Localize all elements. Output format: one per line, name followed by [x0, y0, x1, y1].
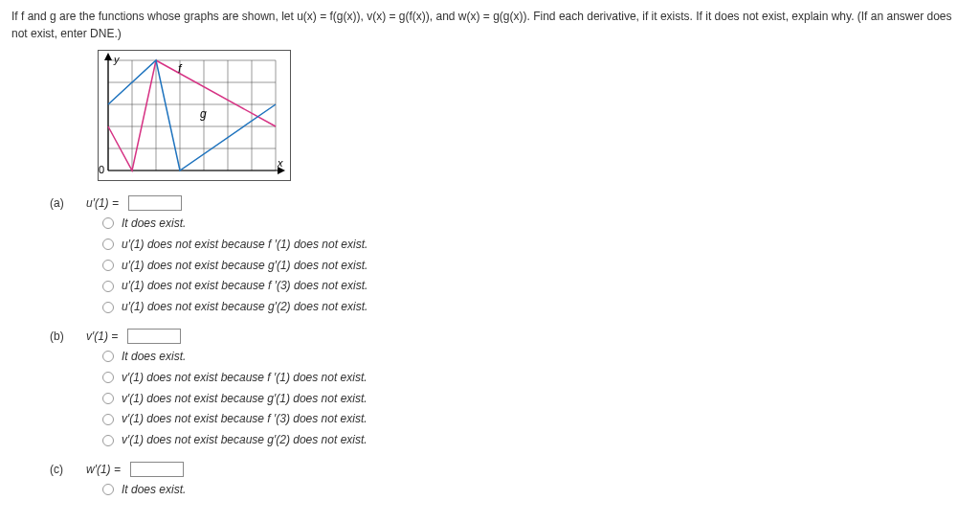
f-label: f	[178, 62, 183, 76]
intro-text: If f and g are the functions whose graph…	[11, 10, 952, 40]
option-text: v′(1) does not exist because f ′(3) does…	[122, 411, 368, 427]
radio-icon[interactable]	[102, 393, 114, 404]
part-c: (c) w′(1) = It does exist.	[50, 462, 969, 498]
option-text: It does exist.	[122, 482, 186, 498]
radio-icon[interactable]	[102, 372, 114, 383]
part-b-equation: v′(1) =	[86, 330, 118, 343]
option-text: v′(1) does not exist because g′(2) does …	[122, 432, 368, 448]
part-a-input[interactable]	[128, 195, 182, 211]
option-text: It does exist.	[122, 216, 186, 232]
option-text: u′(1) does not exist because f ′(3) does…	[122, 278, 368, 294]
part-c-input[interactable]	[130, 462, 184, 477]
option-text: u′(1) does not exist because f ′(1) does…	[122, 237, 368, 253]
svg-marker-16	[104, 53, 112, 60]
option-text: v′(1) does not exist because g′(1) does …	[122, 391, 368, 407]
option-text: u′(1) does not exist because g′(2) does …	[122, 299, 368, 315]
part-c-label: (c)	[50, 463, 77, 476]
part-a: (a) u′(1) = It does exist. u′(1) does no…	[50, 195, 969, 315]
part-b-options: It does exist. v′(1) does not exist beca…	[102, 349, 969, 448]
part-b: (b) v′(1) = It does exist. v′(1) does no…	[50, 329, 969, 448]
part-c-options: It does exist.	[102, 482, 969, 498]
part-b-input[interactable]	[127, 329, 181, 344]
function-graph: y x 0 f g	[98, 50, 291, 181]
radio-icon[interactable]	[102, 414, 114, 425]
option-text: u′(1) does not exist because g′(1) does …	[122, 258, 368, 274]
origin-label: 0	[99, 164, 104, 175]
graph-container: y x 0 f g	[98, 50, 969, 184]
radio-icon[interactable]	[102, 484, 114, 495]
radio-icon[interactable]	[102, 281, 114, 292]
y-axis-label: y	[113, 54, 121, 65]
radio-icon[interactable]	[102, 435, 114, 446]
x-axis-label: x	[277, 157, 283, 169]
part-a-options: It does exist. u′(1) does not exist beca…	[102, 216, 969, 315]
option-text: It does exist.	[122, 349, 186, 365]
option-text: v′(1) does not exist because f ′(1) does…	[122, 370, 368, 386]
part-c-equation: w′(1) =	[86, 463, 121, 476]
part-a-equation: u′(1) =	[86, 196, 119, 210]
part-b-label: (b)	[50, 330, 77, 343]
radio-icon[interactable]	[102, 260, 114, 271]
radio-icon[interactable]	[102, 217, 114, 229]
g-label: g	[200, 107, 207, 121]
radio-icon[interactable]	[102, 239, 114, 250]
radio-icon[interactable]	[102, 351, 114, 362]
radio-icon[interactable]	[102, 302, 114, 313]
part-a-label: (a)	[50, 196, 77, 210]
problem-intro: If f and g are the functions whose graph…	[11, 8, 969, 42]
